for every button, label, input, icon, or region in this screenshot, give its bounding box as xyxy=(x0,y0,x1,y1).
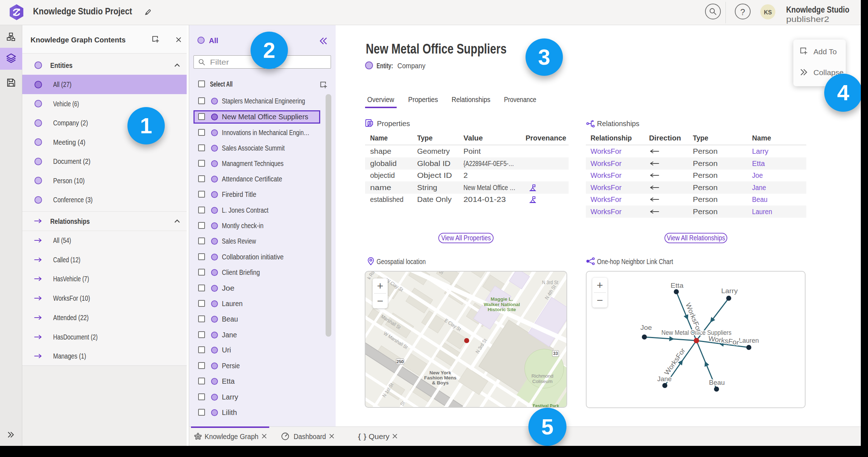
svg-text:Jane: Jane xyxy=(657,375,672,383)
svg-text:Joe: Joe xyxy=(640,324,652,331)
svg-text:Lauren: Lauren xyxy=(739,337,759,344)
svg-text:Etta: Etta xyxy=(671,282,683,289)
svg-text:Larry: Larry xyxy=(721,287,738,295)
svg-text:Beau: Beau xyxy=(709,379,725,386)
